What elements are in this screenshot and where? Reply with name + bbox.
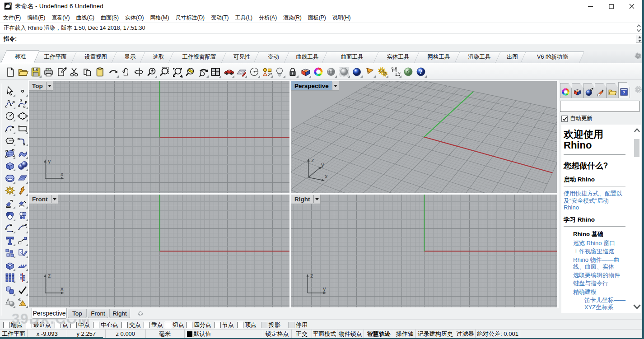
viewport-perspective[interactable]: Perspective z y x <box>291 81 557 193</box>
osnap-10-checkbox[interactable]: 节点 <box>215 321 234 329</box>
status-cell-15[interactable]: 绝对公差: 0.001 <box>476 330 520 338</box>
dropdown-corner-icon[interactable] <box>13 132 15 134</box>
surface-patch-button[interactable] <box>16 172 28 184</box>
dropdown-corner-icon[interactable] <box>348 75 350 78</box>
dropdown-corner-icon[interactable] <box>309 75 311 78</box>
surface-3pt-button[interactable] <box>3 147 15 159</box>
checkbox-box[interactable] <box>26 322 32 328</box>
status-cell-12[interactable]: 操作轴 <box>394 330 416 338</box>
dropdown-corner-icon[interactable] <box>13 194 15 196</box>
rectangle-button[interactable] <box>16 122 28 134</box>
viewport-tab-perspective[interactable]: Perspective <box>32 308 67 319</box>
named-view-button[interactable] <box>222 65 234 78</box>
menu-item-t[interactable]: 变动(T) <box>208 14 232 22</box>
viewport-title-top[interactable]: Top <box>29 81 53 91</box>
move-control-points-button[interactable] <box>16 234 28 246</box>
torus-button[interactable] <box>3 172 15 184</box>
select-cursor-button[interactable] <box>3 85 15 97</box>
open-file-button[interactable] <box>16 65 28 78</box>
lock-object-button[interactable] <box>286 65 299 78</box>
menu-item-s[interactable]: 曲面(S) <box>98 14 122 22</box>
dropdown-corner-icon[interactable] <box>399 75 401 78</box>
osnap-1-checkbox[interactable]: 端点 <box>3 321 23 329</box>
dropdown-corner-icon[interactable] <box>271 75 273 78</box>
panel-tab-notes[interactable] <box>595 83 607 98</box>
dropdown-corner-icon[interactable] <box>13 206 15 209</box>
dropdown-corner-icon[interactable] <box>155 75 157 78</box>
panel-tab-properties[interactable] <box>560 83 572 98</box>
box-button[interactable] <box>3 159 15 171</box>
zoom-extents-button[interactable] <box>171 65 183 78</box>
circle-radius-button[interactable] <box>248 65 260 78</box>
surface-curved-button[interactable] <box>16 147 28 159</box>
paste-button[interactable] <box>93 65 106 78</box>
menu-item-v[interactable]: 查看(V) <box>48 14 73 22</box>
arc-button[interactable] <box>3 122 15 134</box>
viewport-menu-caret-icon[interactable] <box>51 195 58 204</box>
checkbox-box[interactable] <box>70 322 77 328</box>
dropdown-corner-icon[interactable] <box>13 269 15 271</box>
viewport-title-perspective[interactable]: Perspective <box>291 81 339 91</box>
menu-item-f[interactable]: 文件(F) <box>0 14 24 22</box>
status-cell-14[interactable]: 过滤器 <box>455 330 476 338</box>
dropdown-corner-icon[interactable] <box>13 119 15 121</box>
osnap-4-checkbox[interactable]: 中点 <box>70 321 90 329</box>
circle-button[interactable] <box>3 110 15 121</box>
panel-tab-help[interactable]: ? <box>618 82 630 98</box>
minimize-button[interactable] <box>580 0 601 13</box>
osnap-3-checkbox[interactable]: 点 <box>55 321 68 329</box>
array-curve-button[interactable] <box>16 271 28 283</box>
zoom-button[interactable] <box>145 65 157 78</box>
menu-item-r[interactable]: 渲染(R) <box>280 14 305 22</box>
layer-button[interactable] <box>299 65 311 78</box>
copy-button[interactable] <box>81 65 93 78</box>
ribbon-tab-15[interactable]: V6 的新功能 <box>523 51 582 63</box>
ribbon-gear-icon[interactable] <box>635 52 642 60</box>
ribbon-tab-1[interactable]: 标准 <box>4 50 37 63</box>
render-environment-button[interactable] <box>402 65 414 78</box>
dropdown-corner-icon[interactable] <box>258 75 260 78</box>
osnap-6-checkbox[interactable]: 交点 <box>121 321 141 329</box>
object-properties-button[interactable] <box>312 65 324 78</box>
checkbox-box[interactable] <box>215 322 221 328</box>
status-cell-11[interactable]: 智慧轨迹 <box>364 330 395 338</box>
boolean-union-button[interactable] <box>3 209 15 221</box>
menu-item-m[interactable]: 网格(M) <box>147 14 172 22</box>
close-button[interactable] <box>621 0 642 13</box>
ribbon-tab-10[interactable]: 曲面工具 <box>324 51 380 63</box>
menu-item-l[interactable]: 工具(L) <box>232 14 256 22</box>
dropdown-corner-icon[interactable] <box>283 75 285 78</box>
menu-item-c[interactable]: 曲线(C) <box>73 14 98 22</box>
checkbox-box[interactable] <box>121 322 128 328</box>
undo-view-button[interactable] <box>196 65 209 78</box>
dropdown-corner-icon[interactable] <box>13 256 15 258</box>
dropdown-corner-icon[interactable] <box>245 75 247 78</box>
dropdown-corner-icon[interactable] <box>39 75 42 78</box>
dropdown-corner-icon[interactable] <box>13 157 15 159</box>
dropdown-corner-icon[interactable] <box>13 144 15 146</box>
help-link[interactable]: 选取要编辑的物件 <box>573 272 625 279</box>
checkbox-box[interactable] <box>237 322 243 328</box>
checkbox-box[interactable] <box>144 322 150 328</box>
menu-item-p[interactable]: 面板(P) <box>305 14 329 22</box>
viewport-top[interactable]: Top y x <box>29 81 289 193</box>
explode-button[interactable] <box>3 184 15 196</box>
hatch-button[interactable] <box>16 246 28 258</box>
menu-item-e[interactable]: 编辑(E) <box>24 14 48 22</box>
curve-blend-button[interactable] <box>16 135 28 146</box>
ribbon-tab-11[interactable]: 实体工具 <box>376 51 420 63</box>
help-button[interactable]: ? <box>415 65 427 78</box>
dimension-button[interactable] <box>389 65 401 78</box>
scroll-thumb[interactable] <box>634 139 639 157</box>
ribbon-tab-6[interactable]: 工作视窗配置 <box>171 51 228 63</box>
dropdown-corner-icon[interactable] <box>117 75 119 78</box>
dropdown-corner-icon[interactable] <box>232 75 234 78</box>
viewport-layout-button[interactable] <box>209 65 221 78</box>
orient-button[interactable] <box>3 284 15 296</box>
dropdown-corner-icon[interactable] <box>425 75 427 78</box>
ribbon-tab-2[interactable]: 工作平面 <box>33 51 78 63</box>
flow-along-surface-button[interactable] <box>16 296 28 308</box>
help-link[interactable]: Rhino 物件——曲线、曲面、实体 <box>573 256 625 270</box>
status-cell-8[interactable]: 正交 <box>292 330 312 338</box>
viewport-front[interactable]: Front z x <box>29 195 289 307</box>
